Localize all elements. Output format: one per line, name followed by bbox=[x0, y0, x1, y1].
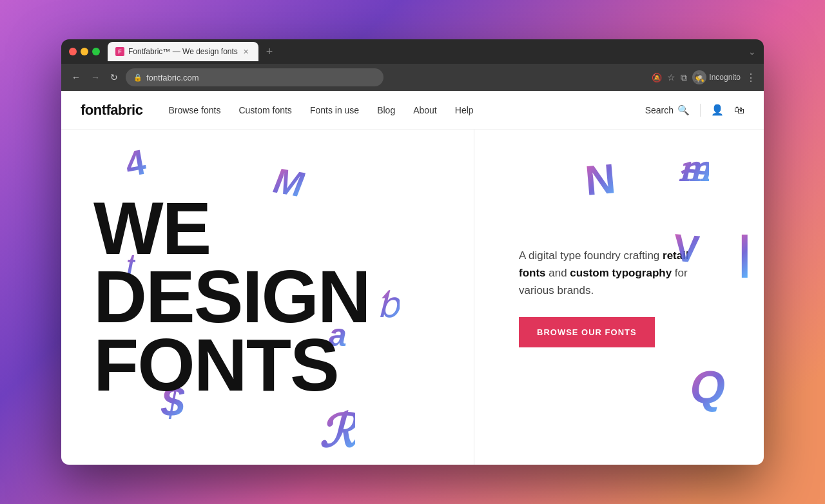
address-field[interactable]: 🔒 fontfabric.com bbox=[126, 68, 383, 86]
site-content: fontfabric Browse fonts Custom fonts Fon… bbox=[61, 91, 764, 465]
deco-letter-r-bottom: ℛ bbox=[319, 405, 355, 458]
nav-divider bbox=[700, 104, 701, 117]
hero-line1: WE bbox=[93, 195, 480, 263]
site-logo[interactable]: fontfabric bbox=[81, 102, 142, 119]
nav-custom-fonts[interactable]: Custom fonts bbox=[238, 105, 291, 115]
menu-button[interactable]: ⋮ bbox=[746, 72, 756, 84]
hero-divider bbox=[474, 130, 474, 465]
hero-heading: WE DESIGN FONTS bbox=[93, 195, 480, 399]
deco-letter-v: V bbox=[672, 225, 701, 271]
tab-manage-icon[interactable]: ⧉ bbox=[681, 72, 687, 83]
search-button[interactable]: Search 🔍 bbox=[645, 104, 690, 116]
tab-bar: F Fontfabric™ — We design fonts ✕ + bbox=[108, 42, 748, 61]
traffic-lights bbox=[69, 48, 100, 55]
tab-close-button[interactable]: ✕ bbox=[242, 47, 251, 56]
browser-window: F Fontfabric™ — We design fonts ✕ + ⌄ ← … bbox=[61, 39, 764, 465]
address-right: 🔕 ☆ ⧉ 🕵 Incognito ⋮ bbox=[652, 70, 756, 84]
site-nav: fontfabric Browse fonts Custom fonts Fon… bbox=[61, 91, 764, 130]
close-button[interactable] bbox=[69, 48, 77, 55]
deco-letter-4: 4 bbox=[122, 141, 149, 185]
nav-links: Browse fonts Custom fonts Fonts in use B… bbox=[168, 105, 473, 115]
search-icon: 🔍 bbox=[677, 104, 690, 116]
hero-desc-bold2: custom typography bbox=[570, 267, 672, 279]
nav-fonts-in-use[interactable]: Fonts in use bbox=[310, 105, 359, 115]
nav-help[interactable]: Help bbox=[455, 105, 474, 115]
maximize-button[interactable] bbox=[92, 48, 100, 55]
tab-favicon: F bbox=[115, 47, 124, 56]
incognito-label: Incognito bbox=[709, 73, 741, 82]
cart-icon[interactable]: 🛍 bbox=[734, 104, 744, 116]
bookmark-icon[interactable]: ☆ bbox=[667, 72, 675, 82]
deco-letter-m2: ᵯ bbox=[679, 146, 709, 191]
nav-browse-fonts[interactable]: Browse fonts bbox=[168, 105, 220, 115]
forward-button[interactable]: → bbox=[88, 70, 102, 85]
titlebar: F Fontfabric™ — We design fonts ✕ + ⌄ bbox=[61, 39, 764, 64]
incognito-avatar: 🕵 bbox=[692, 70, 706, 84]
tab-title: Fontfabric™ — We design fonts bbox=[128, 47, 238, 56]
nav-blog[interactable]: Blog bbox=[377, 105, 395, 115]
deco-letter-n: N bbox=[583, 154, 617, 205]
back-button[interactable]: ← bbox=[69, 70, 83, 85]
hero-line3: FONTS bbox=[93, 331, 480, 400]
hero-line2: DESIGN bbox=[93, 263, 480, 331]
active-tab[interactable]: F Fontfabric™ — We design fonts ✕ bbox=[108, 42, 258, 61]
reload-button[interactable]: ↻ bbox=[108, 70, 121, 85]
deco-letter-h: | bbox=[738, 226, 751, 278]
window-controls: ⌄ bbox=[748, 46, 756, 57]
url-text: fontfabric.com bbox=[146, 73, 199, 82]
minimize-button[interactable] bbox=[81, 48, 88, 55]
lock-icon: 🔒 bbox=[133, 73, 142, 82]
profile-icon: 🔕 bbox=[652, 73, 662, 82]
address-bar: ← → ↻ 🔒 fontfabric.com 🔕 ☆ ⧉ 🕵 Incognito… bbox=[61, 64, 764, 91]
hero-left: WE DESIGN FONTS 4 t $ M ƅ a ℛ bbox=[61, 130, 493, 465]
deco-letter-q: Q bbox=[690, 362, 725, 413]
browse-fonts-button[interactable]: BROWSE OUR FONTS bbox=[519, 317, 655, 347]
incognito-button[interactable]: 🕵 Incognito bbox=[692, 70, 741, 84]
hero-section: WE DESIGN FONTS 4 t $ M ƅ a ℛ N ᵯ V bbox=[61, 130, 764, 465]
new-tab-button[interactable]: + bbox=[261, 45, 278, 59]
search-label: Search bbox=[645, 105, 674, 115]
nav-right: Search 🔍 👤 🛍 bbox=[645, 104, 744, 117]
hero-right: N ᵯ V | Q A digital type foundry craftin… bbox=[493, 130, 764, 465]
account-icon[interactable]: 👤 bbox=[711, 104, 724, 116]
nav-about[interactable]: About bbox=[413, 105, 437, 115]
